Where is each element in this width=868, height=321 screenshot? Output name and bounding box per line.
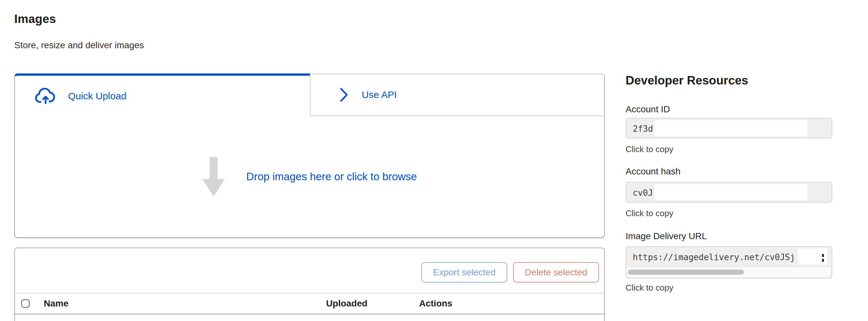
horizontal-scrollbar [627, 267, 831, 277]
page-subtitle: Store, resize and deliver images [14, 40, 144, 50]
image-delivery-url-value-box[interactable]: https://imagedelivery.net/cv0JSj [625, 246, 832, 279]
delete-selected-button[interactable]: Delete selected [513, 262, 599, 283]
image-dropzone[interactable]: Drop images here or click to browse [14, 116, 605, 238]
redaction-overlay [655, 120, 807, 136]
image-delivery-url-label: Image Delivery URL [625, 231, 707, 241]
column-header-name: Name [44, 298, 68, 309]
click-to-copy-hint: Click to copy [625, 144, 673, 154]
cloud-upload-icon [35, 87, 56, 105]
tab-use-api[interactable]: Use API [310, 73, 605, 116]
redaction-overlay [655, 184, 807, 200]
chevron-right-icon [339, 87, 349, 103]
column-header-actions: Actions [419, 298, 453, 309]
click-to-copy-hint: Click to copy [625, 208, 673, 218]
upload-panel: Quick Upload Use API Drop images here or… [14, 73, 605, 238]
images-page: Images Store, resize and deliver images … [0, 0, 868, 321]
table-toolbar: Export selected Delete selected [15, 248, 604, 293]
account-hash-value: cv0J [633, 188, 653, 198]
account-id-value: 2f3d [633, 124, 653, 134]
export-selected-button[interactable]: Export selected [421, 262, 507, 283]
tab-quick-upload[interactable]: Quick Upload [14, 73, 310, 116]
account-id-label: Account ID [625, 104, 670, 114]
account-hash-label: Account hash [625, 166, 681, 177]
table-header-row: Name Uploaded Actions [15, 293, 604, 315]
tab-use-api-label: Use API [362, 89, 397, 100]
select-all-checkbox[interactable] [21, 299, 30, 308]
tab-quick-upload-label: Quick Upload [68, 91, 126, 102]
tab-bar: Quick Upload Use API [14, 73, 605, 116]
image-delivery-url-value: https://imagedelivery.net/cv0JSj [633, 252, 795, 262]
column-header-uploaded: Uploaded [326, 298, 368, 309]
account-id-value-box[interactable]: 2f3d [625, 118, 832, 139]
arrow-down-icon [202, 157, 225, 197]
developer-resources-heading: Developer Resources [625, 74, 748, 87]
account-hash-value-box[interactable]: cv0J [625, 182, 832, 203]
dropzone-label: Drop images here or click to browse [246, 171, 417, 183]
page-title: Images [14, 12, 56, 26]
images-table-panel: Export selected Delete selected Name Upl… [14, 248, 605, 321]
redacted-fragment [821, 253, 825, 262]
scrollbar-thumb[interactable] [628, 270, 744, 275]
click-to-copy-hint: Click to copy [625, 283, 673, 293]
